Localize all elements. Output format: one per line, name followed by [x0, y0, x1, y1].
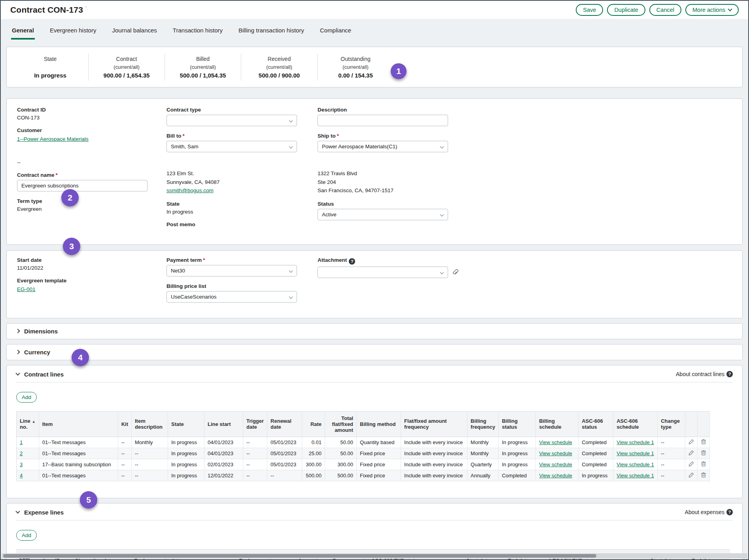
- delete-line-button[interactable]: [701, 450, 706, 457]
- column-header: [698, 411, 710, 437]
- line-number-link[interactable]: 1: [20, 439, 23, 445]
- view-schedule-link[interactable]: View schedule: [539, 462, 572, 467]
- currency-section-toggle[interactable]: Currency: [6, 344, 743, 360]
- cell-billing_status: In progress: [499, 437, 536, 448]
- delete-line-button[interactable]: [701, 461, 706, 468]
- bill-to-select[interactable]: Smith, Sam: [166, 141, 297, 152]
- cell-asc606_status: Completed: [579, 448, 613, 459]
- column-header: Item: [39, 411, 118, 437]
- cell-state: In progress: [168, 459, 204, 470]
- cancel-button[interactable]: Cancel: [649, 4, 681, 16]
- cell-line_start: 02/01/2023: [204, 459, 243, 470]
- line-number-link[interactable]: 3: [20, 462, 23, 467]
- tab-journal-balances[interactable]: Journal balances: [111, 27, 157, 40]
- column-header: Change type: [658, 411, 685, 437]
- customer-link[interactable]: 1--Power Aerospace Materials: [17, 136, 89, 142]
- tab-evergreen-history[interactable]: Evergreen history: [49, 27, 97, 40]
- edit-line-button[interactable]: [688, 472, 694, 479]
- attachment-select[interactable]: [318, 267, 448, 278]
- contract-lines-header: Contract lines About contract lines ?: [16, 371, 733, 382]
- column-header: Rate: [302, 411, 325, 437]
- cell-item: 17--Basic training subscription: [39, 459, 118, 470]
- cell-action: [698, 459, 710, 470]
- cell-kit: --: [118, 448, 131, 459]
- required-marker: *: [183, 133, 185, 139]
- description-input[interactable]: [318, 115, 448, 126]
- cell-billing_frequency: Annually: [467, 470, 499, 481]
- cell-line_start: 04/01/2023: [204, 437, 243, 448]
- view-asc606-schedule-link[interactable]: View schedule 1: [617, 439, 654, 445]
- status-select[interactable]: Active: [318, 209, 448, 220]
- delete-line-button[interactable]: [701, 472, 706, 479]
- horizontal-scrollbar[interactable]: [2, 553, 747, 558]
- scrollbar-thumb[interactable]: [3, 554, 596, 558]
- window-header: Contract CON-173 ’ Save Duplicate Cancel…: [1, 1, 748, 19]
- cell-change_type: --: [658, 448, 685, 459]
- more-actions-button[interactable]: More actions: [685, 4, 739, 16]
- cell-item_description: --: [132, 448, 168, 459]
- chevron-down-icon: [440, 212, 444, 216]
- ship-to-select[interactable]: Power Aerospace Materials(C1): [318, 141, 448, 152]
- cell-state: In progress: [168, 470, 204, 481]
- cell-billing_status: Completed: [499, 470, 536, 481]
- add-expense-line-button[interactable]: Add: [16, 530, 37, 541]
- expense-lines-header: Expense lines About expenses ?: [16, 509, 733, 520]
- save-button[interactable]: Save: [576, 4, 603, 16]
- line-number-link[interactable]: 2: [20, 450, 23, 456]
- tab-compliance[interactable]: Compliance: [319, 27, 352, 40]
- view-schedule-link[interactable]: View schedule: [539, 439, 572, 445]
- payment-term-select[interactable]: Net30: [166, 265, 297, 276]
- cell-billing_schedule: View schedule: [536, 459, 579, 470]
- view-asc606-schedule-link[interactable]: View schedule 1: [617, 450, 654, 456]
- column-header: Billing status: [499, 411, 536, 437]
- page-title: Contract CON-173: [10, 5, 83, 15]
- cell-asc606_status: Completed: [579, 459, 613, 470]
- about-contract-lines[interactable]: About contract lines ?: [676, 371, 733, 377]
- tab-billing-transaction-history[interactable]: Billing transaction history: [238, 27, 305, 40]
- tab-general[interactable]: General: [11, 27, 35, 40]
- about-expenses[interactable]: About expenses ?: [685, 509, 733, 515]
- view-asc606-schedule-link[interactable]: View schedule 1: [617, 462, 654, 467]
- billing-price-list-select[interactable]: UseCaseScenarios: [166, 291, 297, 303]
- contract-name-input[interactable]: [17, 180, 148, 191]
- chevron-down-icon[interactable]: [15, 371, 20, 376]
- view-schedule-link[interactable]: View schedule: [539, 450, 572, 456]
- status-field: Status Active: [318, 201, 732, 220]
- view-asc606-schedule-link[interactable]: View schedule 1: [617, 473, 654, 479]
- cell-line_no: 4: [17, 470, 39, 481]
- contract-type-select[interactable]: [166, 115, 297, 126]
- cell-state: In progress: [168, 448, 204, 459]
- duplicate-button[interactable]: Duplicate: [607, 4, 645, 16]
- dimensions-section-toggle[interactable]: Dimensions: [6, 323, 743, 339]
- column-header: Trigger date: [243, 411, 267, 437]
- help-icon[interactable]: ?: [349, 258, 355, 265]
- column-header: Renewal date: [267, 411, 302, 437]
- help-icon[interactable]: ?: [726, 371, 733, 377]
- view-schedule-link[interactable]: View schedule: [539, 473, 572, 479]
- edit-line-button[interactable]: [688, 450, 694, 457]
- bill-to-email-link[interactable]: ssmith@bogus.com: [166, 187, 214, 193]
- delete-line-button[interactable]: [701, 439, 706, 446]
- evergreen-template-link[interactable]: EG-001: [17, 286, 36, 292]
- cell-action: [698, 448, 710, 459]
- column-header: ASC-606 schedule: [613, 411, 658, 437]
- required-marker: *: [56, 172, 58, 178]
- column-header: ASC-606 status: [579, 411, 613, 437]
- add-contract-line-button[interactable]: Add: [16, 392, 37, 403]
- help-icon[interactable]: ?: [726, 509, 733, 515]
- cell-change_type: --: [658, 470, 685, 481]
- cell-renewal_date: 05/01/2023: [267, 448, 302, 459]
- cell-total: 50.00: [325, 437, 357, 448]
- expense-lines-section: Expense lines About expenses ? Add Line …: [6, 503, 743, 560]
- tab-transaction-history[interactable]: Transaction history: [172, 27, 223, 40]
- terms-col-2: Payment term* Net30 Billing price list U…: [166, 257, 318, 309]
- customer-field: Customer 1--Power Aerospace Materials: [17, 127, 166, 142]
- paperclip-icon[interactable]: [452, 269, 459, 276]
- edit-line-button[interactable]: [688, 439, 694, 446]
- line-number-link[interactable]: 4: [20, 473, 23, 479]
- cell-total: 50.00: [325, 448, 357, 459]
- column-header[interactable]: Line▲no.: [17, 411, 39, 437]
- cell-billing_method: Fixed price: [357, 470, 401, 481]
- chevron-down-icon[interactable]: [15, 509, 20, 514]
- edit-line-button[interactable]: [688, 461, 694, 468]
